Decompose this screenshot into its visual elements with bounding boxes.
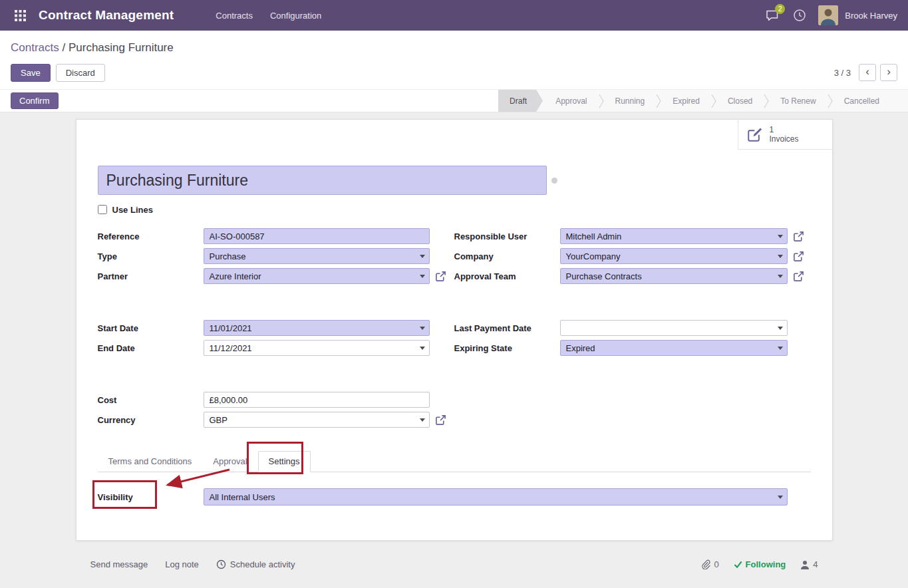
company-external-link-icon[interactable] — [793, 250, 805, 262]
state-cancelled[interactable]: Cancelled — [833, 90, 891, 112]
state-draft[interactable]: Draft — [498, 90, 543, 112]
state-separator-icon — [711, 93, 716, 109]
contract-title-input[interactable] — [98, 166, 547, 195]
invoices-label: Invoices — [770, 134, 799, 144]
state-separator-icon — [599, 93, 604, 109]
attachments-count: 0 — [714, 559, 718, 569]
state-separator-icon — [828, 93, 833, 109]
currency-external-link-icon[interactable] — [435, 414, 447, 426]
activities-icon[interactable] — [791, 7, 808, 24]
following-label: Following — [746, 559, 786, 569]
state-separator-icon — [656, 93, 661, 109]
menu-contracts[interactable]: Contracts — [207, 5, 261, 26]
discard-button[interactable]: Discard — [56, 64, 105, 82]
following-button[interactable]: Following — [734, 559, 786, 569]
pager-previous-button[interactable]: ‹ — [859, 64, 876, 81]
schedule-activity-label: Schedule activity — [230, 559, 295, 569]
cost-input[interactable] — [204, 392, 430, 408]
pager-count: 3 / 3 — [834, 68, 851, 78]
translate-indicator-dot — [551, 178, 557, 184]
pencil-square-icon — [746, 126, 764, 143]
state-expired[interactable]: Expired — [661, 90, 711, 112]
control-panel: Contracts / Purchasing Furniture Save Di… — [0, 31, 908, 89]
responsible-user-external-link-icon[interactable] — [793, 230, 805, 242]
invoices-stat-button[interactable]: 1 Invoices — [738, 120, 832, 150]
company-label: Company — [454, 251, 560, 261]
main-menu: Contracts Configuration — [207, 5, 330, 26]
top-navbar: Contract Management Contracts Configurat… — [0, 0, 908, 31]
tab-terms-and-conditions[interactable]: Terms and Conditions — [98, 451, 203, 472]
breadcrumb: Contracts / Purchasing Furniture — [11, 41, 897, 55]
responsible-user-label: Responsible User — [454, 231, 560, 241]
chatter: Send message Log note Schedule activity … — [76, 559, 833, 569]
settings-tab-pane: Visibility All Internal Users — [98, 488, 811, 506]
check-icon — [734, 560, 742, 569]
form-field-grid: Reference Type Purchase Partner Azure — [98, 228, 811, 432]
currency-label: Currency — [98, 415, 204, 425]
company-field[interactable]: YourCompany — [560, 248, 788, 264]
spacer — [98, 288, 454, 320]
messages-icon[interactable]: 2 — [764, 7, 781, 24]
reference-label: Reference — [98, 231, 204, 241]
apps-grid-icon[interactable] — [11, 6, 29, 25]
state-running[interactable]: Running — [604, 90, 657, 112]
state-closed[interactable]: Closed — [716, 90, 764, 112]
end-date-label: End Date — [98, 343, 204, 353]
log-note-button[interactable]: Log note — [165, 559, 199, 569]
tab-settings[interactable]: Settings — [258, 451, 311, 472]
menu-configuration[interactable]: Configuration — [261, 5, 330, 26]
user-name[interactable]: Brook Harvey — [845, 11, 897, 21]
person-icon — [800, 560, 810, 569]
start-date-field[interactable]: 11/01/2021 — [204, 320, 430, 336]
schedule-activity-button[interactable]: Schedule activity — [216, 559, 295, 569]
state-separator-icon — [764, 93, 769, 109]
approval-team-field[interactable]: Purchase Contracts — [560, 268, 788, 284]
attachments-button[interactable]: 0 — [701, 559, 718, 569]
partner-label: Partner — [98, 271, 204, 281]
spacer — [454, 288, 811, 320]
pager-next-button[interactable]: › — [880, 64, 897, 81]
type-label: Type — [98, 251, 204, 261]
clock-icon — [216, 559, 226, 569]
partner-external-link-icon[interactable] — [435, 270, 447, 282]
currency-field[interactable]: GBP — [204, 412, 430, 428]
reference-input[interactable] — [204, 228, 430, 244]
breadcrumb-current: Purchasing Furniture — [69, 41, 174, 54]
contract-management-page: Contract Management Contracts Configurat… — [0, 0, 908, 588]
visibility-select[interactable]: All Internal Users — [204, 488, 788, 506]
send-message-button[interactable]: Send message — [90, 559, 148, 569]
followers-count: 4 — [813, 559, 818, 569]
type-select[interactable]: Purchase — [204, 248, 430, 264]
end-date-field[interactable]: 11/12/2021 — [204, 340, 430, 356]
state-to-renew[interactable]: To Renew — [769, 90, 827, 112]
expiring-state-select[interactable]: Expired — [560, 340, 788, 356]
approval-team-external-link-icon[interactable] — [793, 270, 805, 282]
user-avatar[interactable] — [818, 5, 838, 25]
use-lines-checkbox[interactable] — [98, 205, 107, 214]
last-payment-date-field[interactable] — [560, 320, 788, 336]
cost-label: Cost — [98, 395, 204, 405]
visibility-label: Visibility — [98, 492, 204, 502]
spacer — [98, 360, 454, 392]
notebook-tabs: Terms and Conditions Approval Settings — [98, 451, 811, 472]
state-approval[interactable]: Approval — [544, 90, 598, 112]
navbar-systray: 2 Brook Harvey — [764, 5, 897, 25]
breadcrumb-contracts-link[interactable]: Contracts — [11, 41, 59, 54]
partner-field[interactable]: Azure Interior — [204, 268, 430, 284]
app-title: Contract Management — [39, 8, 174, 23]
grid-icon — [15, 10, 26, 21]
confirm-button[interactable]: Confirm — [11, 92, 59, 109]
log-note-label: Log note — [165, 559, 199, 569]
tab-approval[interactable]: Approval — [202, 451, 257, 472]
invoices-count: 1 — [770, 125, 799, 134]
clock-icon — [793, 9, 806, 22]
responsible-user-field[interactable]: Mitchell Admin — [560, 228, 788, 244]
expiring-state-label: Expiring State — [454, 343, 560, 353]
breadcrumb-separator: / — [59, 41, 69, 54]
form-sheet: 1 Invoices Use Lines Reference — [76, 119, 833, 541]
save-button[interactable]: Save — [11, 64, 51, 82]
followers-button[interactable]: 4 — [800, 559, 818, 569]
paperclip-icon — [701, 559, 710, 569]
statusbar-states: Draft Approval Running Expired Closed To… — [498, 90, 908, 112]
use-lines-label: Use Lines — [112, 205, 153, 215]
